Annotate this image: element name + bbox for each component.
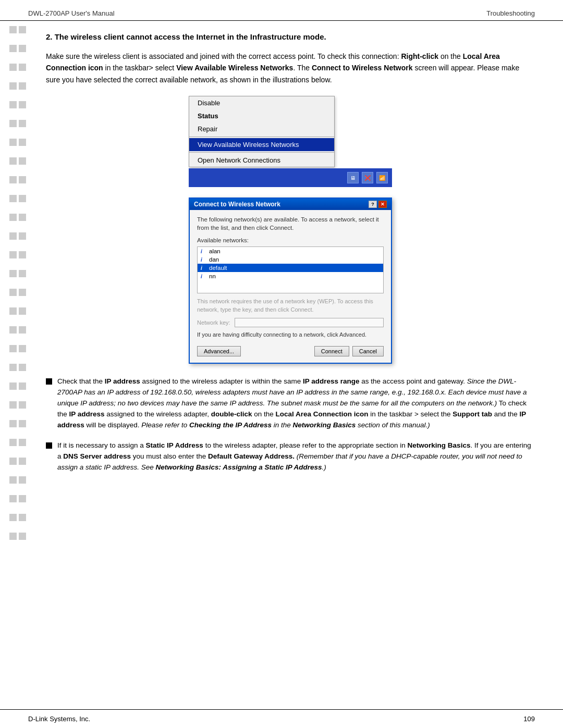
network-name-dan: dan: [209, 256, 219, 263]
network-default[interactable]: i default: [198, 264, 383, 272]
network-nn[interactable]: i nn: [198, 272, 383, 280]
connect-wireless-dialog: Connect to Wireless Network ? ✕ The foll…: [189, 198, 392, 364]
dialog-description: The following network(s) are available. …: [197, 215, 384, 232]
menu-separator: [189, 137, 334, 137]
dialog-action-buttons: Connect Cancel: [314, 346, 384, 356]
dialog-help-button[interactable]: ?: [369, 201, 377, 208]
section-number: 2.: [46, 32, 55, 41]
dialog-wrapper: Connect to Wireless Network ? ✕ The foll…: [46, 198, 535, 364]
menu-item-repair[interactable]: Repair: [189, 122, 334, 135]
dialog-close-button[interactable]: ✕: [378, 201, 387, 208]
taskbar-strip: 🖥 ❌ 📶: [189, 168, 392, 187]
available-networks-label: Available networks:: [197, 237, 384, 243]
network-icon-nn: i: [201, 274, 206, 279]
bullet-item-2: If it is necessary to assign a Static IP…: [46, 440, 535, 473]
advanced-button[interactable]: Advanced...: [197, 346, 241, 356]
taskbar-tray-icons: 🖥 ❌ 📶: [347, 172, 388, 183]
network-name-alan: alan: [209, 248, 221, 254]
dialog-body: The following network(s) are available. …: [190, 210, 391, 363]
menu-item-status[interactable]: Status: [189, 109, 334, 122]
tray-icon-2: ❌: [362, 172, 373, 183]
network-icon-dan: i: [201, 257, 206, 263]
dialog-title: Connect to Wireless Network: [194, 201, 280, 208]
bullet-section: Check that the IP address assigned to th…: [46, 376, 535, 473]
dialog-footer: Advanced... Connect Cancel: [197, 343, 384, 357]
section-title: 2. The wireless client cannot access the…: [46, 31, 535, 42]
bullet-square-2: [46, 442, 52, 449]
context-menu: Disable Status Repair View Available Wir…: [189, 96, 335, 167]
network-icon-alan: i: [201, 249, 206, 254]
bullet-text-1: Check that the IP address assigned to th…: [57, 376, 535, 431]
page-footer: D-Link Systems, Inc. 109: [0, 709, 563, 728]
titlebar-buttons: ? ✕: [369, 201, 387, 208]
cancel-button[interactable]: Cancel: [352, 346, 384, 356]
sidebar-decorations: [9, 26, 26, 551]
tray-icon-3: 📶: [376, 172, 388, 183]
header-right: Troubleshooting: [486, 9, 535, 17]
connect-button[interactable]: Connect: [314, 346, 349, 356]
networks-list[interactable]: i alan i dan i default i nn: [197, 246, 384, 293]
network-key-row: Network key:: [197, 318, 384, 327]
bullet-item-1: Check that the IP address assigned to th…: [46, 376, 535, 431]
menu-separator-2: [189, 152, 334, 153]
network-icon-default: i: [201, 265, 206, 271]
footer-right: 109: [523, 715, 535, 723]
footer-left: D-Link Systems, Inc.: [28, 715, 90, 723]
bullet-square-1: [46, 378, 52, 385]
network-name-nn: nn: [209, 273, 216, 279]
menu-item-disable[interactable]: Disable: [189, 96, 334, 109]
network-key-label: Network key:: [197, 319, 230, 326]
main-content: 2. The wireless client cannot access the…: [15, 26, 563, 493]
menu-item-open-connections[interactable]: Open Network Connections: [189, 154, 334, 167]
network-key-section-text: This network requires the use of a netwo…: [197, 298, 384, 314]
network-dan[interactable]: i dan: [198, 255, 383, 264]
bullet-text-2: If it is necessary to assign a Static IP…: [57, 440, 535, 473]
intro-paragraph: Make sure the wireless client is associa…: [46, 51, 535, 85]
dialog-titlebar: Connect to Wireless Network ? ✕: [190, 199, 391, 210]
network-name-default: default: [209, 265, 227, 271]
context-menu-illustration: Disable Status Repair View Available Wir…: [46, 96, 535, 187]
menu-item-view-wireless[interactable]: View Available Wireless Networks: [189, 138, 334, 151]
tray-icon-1: 🖥: [347, 172, 359, 183]
network-key-input[interactable]: [235, 318, 384, 327]
section-heading: The wireless client cannot access the In…: [55, 32, 326, 41]
header-left: DWL-2700AP User's Manual: [28, 9, 115, 17]
advanced-hint-text: If you are having difficulty connecting …: [197, 331, 384, 338]
page-header: DWL-2700AP User's Manual Troubleshooting: [0, 0, 563, 21]
network-alan[interactable]: i alan: [198, 247, 383, 255]
